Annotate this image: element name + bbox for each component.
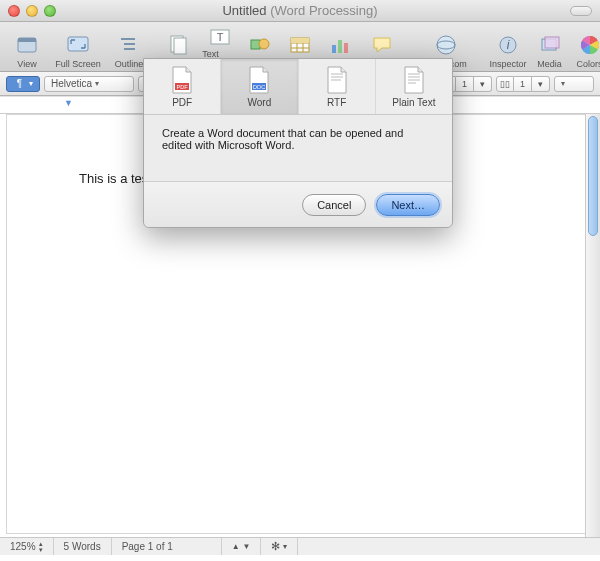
app-mode: (Word Processing)	[270, 3, 377, 18]
export-tab-plain-text[interactable]: Plain Text	[376, 59, 452, 114]
word-file-icon: DOC	[247, 66, 271, 94]
cancel-button[interactable]: Cancel	[302, 194, 366, 216]
charts-icon	[328, 33, 352, 57]
outline-label: Outline	[115, 59, 144, 69]
export-description: Create a Word document that can be opene…	[144, 115, 452, 181]
svg-point-8	[259, 39, 269, 49]
media-icon	[538, 33, 562, 57]
chevron-down-icon: ▾	[29, 79, 33, 88]
svg-rect-10	[291, 38, 309, 43]
chevron-down-icon: ▼	[243, 542, 251, 551]
svg-text:PDF: PDF	[177, 84, 189, 90]
toolbar-toggle-pill[interactable]	[570, 6, 592, 16]
zoom-value: 125%	[10, 541, 36, 552]
paragraph-icon: ¶	[13, 78, 26, 89]
export-tab-rtf[interactable]: RTF	[299, 59, 376, 114]
document-title: Untitled	[222, 3, 266, 18]
full-screen-button[interactable]: Full Screen	[50, 25, 106, 69]
svg-text:DOC: DOC	[253, 84, 265, 90]
iwork-icon	[434, 33, 458, 57]
view-button[interactable]: View	[10, 25, 44, 69]
inspector-label: Inspector	[490, 59, 527, 69]
colors-icon	[578, 33, 600, 57]
pdf-file-icon: PDF	[170, 66, 194, 94]
outline-button[interactable]: Outline	[112, 25, 146, 69]
export-tab-plain-text-label: Plain Text	[392, 97, 435, 108]
svg-text:i: i	[507, 38, 510, 52]
chevron-down-icon[interactable]: ▾	[474, 76, 492, 92]
table-icon	[288, 33, 312, 57]
comment-icon	[370, 33, 394, 57]
titlebar: Untitled (Word Processing)	[0, 0, 600, 22]
navigation-popup[interactable]: ▲ ▼	[222, 538, 262, 555]
view-icon	[15, 33, 39, 57]
chevron-up-icon: ▲	[232, 542, 240, 551]
chevron-down-icon: ▾	[561, 79, 565, 88]
inspector-button[interactable]: i Inspector	[490, 25, 527, 69]
status-bar: 125% ▴▾ 5 Words Page 1 of 1 ▲ ▼ ✻ ▾	[0, 537, 600, 555]
font-selector[interactable]: Helvetica ▾	[44, 76, 134, 92]
inspector-icon: i	[496, 33, 520, 57]
svg-point-14	[437, 36, 455, 54]
export-tab-rtf-label: RTF	[327, 97, 346, 108]
export-tab-word-label: Word	[248, 97, 272, 108]
export-sheet-footer: Cancel Next…	[144, 181, 452, 227]
chevron-down-icon: ▾	[283, 542, 287, 551]
vertical-scrollbar[interactable]	[585, 114, 600, 537]
font-name: Helvetica	[51, 78, 92, 89]
export-tab-word[interactable]: DOC Word	[221, 59, 298, 114]
gear-icon: ✻	[271, 540, 280, 553]
svg-rect-19	[545, 37, 559, 48]
export-sheet: PDF PDF DOC Word RTF Plain Text Create a…	[143, 58, 453, 228]
line-spacing-value[interactable]: 1	[456, 76, 474, 92]
plain-text-file-icon	[402, 66, 426, 94]
indent-marker-icon[interactable]: ▼	[64, 98, 73, 108]
columns-value[interactable]: 1	[514, 76, 532, 92]
paragraph-style-selector[interactable]: ¶ ▾	[6, 76, 40, 92]
sections-icon	[167, 33, 191, 57]
chevron-down-icon: ▾	[95, 79, 99, 88]
rtf-file-icon	[325, 66, 349, 94]
next-button[interactable]: Next…	[376, 194, 440, 216]
page-info-text: Page 1 of 1	[122, 541, 173, 552]
full-screen-label: Full Screen	[55, 59, 101, 69]
svg-rect-12	[338, 40, 342, 53]
colors-button[interactable]: Colors	[573, 25, 600, 69]
media-label: Media	[537, 59, 562, 69]
export-tab-pdf-label: PDF	[172, 97, 192, 108]
columns-icon[interactable]: ▯▯	[496, 76, 514, 92]
export-tab-pdf[interactable]: PDF PDF	[144, 59, 221, 114]
chevron-up-down-icon: ▴▾	[39, 541, 43, 553]
full-screen-icon	[66, 33, 90, 57]
scrollbar-thumb[interactable]	[588, 116, 598, 236]
svg-rect-4	[174, 38, 186, 54]
chevron-down-icon[interactable]: ▾	[532, 76, 550, 92]
svg-rect-13	[344, 43, 348, 53]
zoom-control[interactable]: 125% ▴▾	[0, 538, 54, 555]
columns-group[interactable]: ▯▯ 1 ▾	[496, 76, 550, 92]
export-description-text: Create a Word document that can be opene…	[162, 127, 403, 151]
colors-label: Colors	[577, 59, 600, 69]
list-style-selector[interactable]: ▾	[554, 76, 594, 92]
text-box-icon: T	[208, 25, 232, 47]
media-button[interactable]: Media	[533, 25, 567, 69]
svg-rect-1	[18, 38, 36, 42]
window-title: Untitled (Word Processing)	[0, 3, 600, 18]
action-menu[interactable]: ✻ ▾	[261, 538, 298, 555]
word-count[interactable]: 5 Words	[54, 538, 112, 555]
svg-text:T: T	[216, 31, 223, 43]
shapes-icon	[248, 33, 272, 57]
export-format-tabs: PDF PDF DOC Word RTF Plain Text	[144, 59, 452, 115]
view-label: View	[17, 59, 36, 69]
word-count-text: 5 Words	[64, 541, 101, 552]
outline-icon	[117, 33, 141, 57]
svg-rect-11	[332, 45, 336, 53]
page-info[interactable]: Page 1 of 1	[112, 538, 222, 555]
